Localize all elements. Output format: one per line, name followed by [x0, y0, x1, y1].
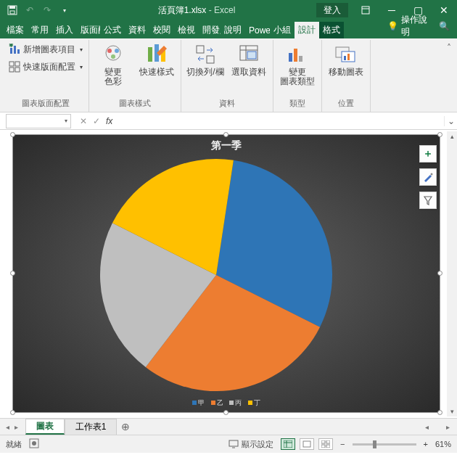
svg-rect-1 [9, 6, 15, 9]
switch-row-column-icon [194, 43, 217, 66]
cancel-entry-icon[interactable]: ✕ [80, 116, 87, 126]
name-box-dropdown-icon[interactable]: ▾ [65, 118, 67, 124]
tab-format[interactable]: 格式 [319, 22, 344, 38]
zoom-in[interactable]: + [424, 440, 428, 448]
svg-rect-10 [15, 62, 20, 66]
svg-rect-6 [14, 46, 16, 54]
svg-rect-17 [148, 47, 152, 62]
legend-swatch [229, 401, 234, 405]
display-settings-icon [228, 440, 239, 448]
svg-rect-32 [347, 54, 350, 60]
collapse-ribbon[interactable]: ˄ [444, 40, 454, 112]
expand-formula-bar[interactable]: ⌄ [444, 116, 457, 126]
svg-point-16 [111, 54, 115, 59]
quick-styles-icon [145, 43, 168, 66]
sheet-tabs: ◂ ▸ 圖表 工作表1 ⊕ ◂▸ [0, 419, 457, 435]
signin-button[interactable]: 登入 [316, 3, 348, 17]
view-buttons [281, 438, 333, 450]
group-data: 切換列/欄 選取資料 資料 [181, 40, 273, 112]
tab-insert[interactable]: 插入 [52, 22, 77, 38]
bulb-icon: 💡 [387, 21, 398, 31]
tab-design[interactable]: 設計 [295, 22, 319, 38]
select-data[interactable]: 選取資料 [229, 41, 268, 97]
select-data-label: 選取資料 [231, 67, 266, 77]
tab-view[interactable]: 檢視 [174, 22, 199, 38]
sheet-tab[interactable]: 工作表1 [65, 419, 118, 435]
tab-file[interactable]: 檔案 [3, 22, 28, 38]
ribbon-display-options[interactable] [353, 0, 379, 20]
chart-elements-button[interactable]: ＋ [419, 145, 437, 163]
tab-home[interactable]: 常用 [28, 22, 52, 38]
svg-rect-11 [9, 67, 14, 72]
chart-title[interactable]: 第一季 [13, 139, 440, 152]
svg-rect-38 [284, 440, 292, 448]
undo-button[interactable]: ↶ [22, 2, 38, 18]
chart-styles-button[interactable] [419, 168, 437, 186]
redo-button[interactable]: ↷ [39, 2, 55, 18]
qat-customize[interactable]: ▾ [57, 2, 73, 18]
zoom-slider[interactable] [353, 443, 416, 446]
search-tell-icon: 🔍 [436, 21, 450, 31]
tab-pagelayout[interactable]: 版面配置 [77, 22, 100, 38]
legend-swatch [192, 401, 197, 405]
change-chart-type[interactable]: 變更 圖表類型 [278, 41, 317, 97]
name-box[interactable]: ▾ [6, 114, 71, 128]
new-sheet-button[interactable]: ⊕ [117, 421, 134, 432]
horizontal-scrollbar[interactable]: ◂▸ [425, 423, 457, 431]
tab-developer[interactable]: 開發人員 [199, 22, 221, 38]
group-location: 移動圖表 位置 [322, 40, 371, 112]
change-colors-label: 變更 色彩 [104, 67, 122, 86]
tab-help[interactable]: 說明 [221, 22, 245, 38]
legend-label: 甲 [198, 399, 206, 406]
move-chart[interactable]: 移動圖表 [326, 41, 366, 97]
macro-recorder-icon[interactable] [29, 438, 39, 450]
zoom-level[interactable]: 61% [435, 440, 451, 448]
tab-data[interactable]: 資料 [125, 22, 149, 38]
quick-styles[interactable]: 快速樣式 [137, 41, 176, 97]
change-chart-type-icon [286, 43, 309, 66]
legend-label: 乙 [217, 399, 225, 406]
group-location-label: 位置 [326, 97, 366, 110]
fx-icon[interactable]: fx [106, 116, 112, 126]
confirm-entry-icon[interactable]: ✓ [93, 116, 100, 126]
chart-object[interactable]: 第一季 甲 乙 丙 丁 ＋ [12, 134, 440, 413]
display-settings-label: 顯示設定 [242, 439, 273, 450]
switch-row-column[interactable]: 切換列/欄 [186, 41, 225, 97]
view-normal[interactable] [281, 438, 295, 450]
tell-me[interactable]: 💡操作說明🔍 [387, 14, 454, 38]
save-button[interactable] [4, 2, 20, 18]
group-type: 變更 圖表類型 類型 [273, 40, 322, 112]
tab-team[interactable]: 小組 [270, 22, 295, 38]
sheet-nav[interactable]: ◂ ▸ [0, 423, 25, 431]
view-page-layout[interactable] [300, 438, 314, 450]
vertical-scrollbar[interactable]: ▴▾ [447, 131, 457, 416]
pie-chart[interactable] [93, 155, 339, 395]
switch-row-column-label: 切換列/欄 [186, 67, 223, 77]
view-page-break[interactable] [318, 438, 333, 450]
svg-rect-42 [321, 440, 325, 443]
display-settings[interactable]: 顯示設定 [228, 439, 273, 450]
formula-input[interactable] [118, 114, 444, 128]
quick-access-toolbar: ↶ ↷ ▾ [0, 2, 77, 18]
sheet-tab[interactable]: 圖表 [25, 419, 65, 435]
legend-label: 丁 [254, 399, 262, 406]
group-chart-styles: 變更 色彩 快速樣式 圖表樣式 [89, 40, 181, 112]
change-colors[interactable]: 變更 色彩 [94, 41, 133, 97]
zoom-out[interactable]: − [340, 440, 345, 448]
chart-filters-button[interactable] [419, 192, 437, 209]
quick-layout[interactable]: 快速版面配置▾ [7, 59, 84, 75]
svg-rect-5 [10, 48, 12, 54]
tab-power[interactable]: Power [245, 22, 270, 38]
tab-formulas[interactable]: 公式 [100, 22, 125, 38]
add-chart-element[interactable]: ✱ 新增圖表項目▾ [7, 41, 84, 57]
add-chart-element-icon: ✱ [9, 44, 20, 55]
svg-rect-3 [362, 7, 369, 14]
chart-legend[interactable]: 甲 乙 丙 丁 [13, 398, 440, 408]
status-bar: 就緒 顯示設定 − + 61% [0, 435, 457, 453]
svg-rect-44 [321, 445, 325, 448]
tab-review[interactable]: 校閱 [149, 22, 174, 38]
svg-rect-7 [17, 49, 20, 54]
svg-rect-25 [247, 52, 256, 59]
group-layout-label: 圖表版面配置 [7, 97, 84, 110]
svg-rect-27 [294, 49, 297, 62]
